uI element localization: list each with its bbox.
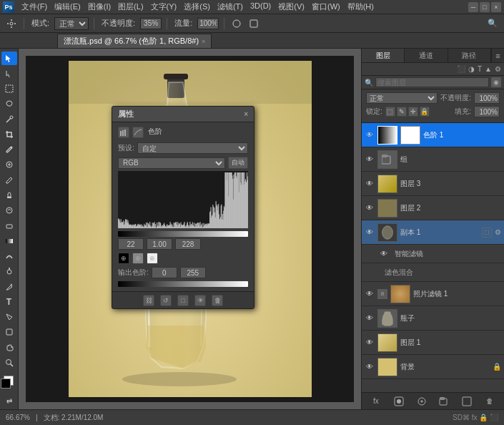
- input-shadow-value[interactable]: [118, 238, 144, 250]
- tool-zoom[interactable]: [1, 356, 17, 369]
- layer-item-layer1[interactable]: 👁 图层 1: [362, 331, 504, 355]
- tool-wand[interactable]: [1, 112, 17, 126]
- lock-all[interactable]: 🔒: [420, 107, 430, 117]
- menu-layer[interactable]: 图层(L): [117, 1, 144, 12]
- tool-type[interactable]: T: [1, 295, 17, 308]
- menu-image[interactable]: 图像(I): [87, 1, 112, 12]
- tool-eraser[interactable]: [1, 219, 17, 233]
- layer-eye-layer2[interactable]: 👁: [365, 204, 375, 212]
- tool-path-select[interactable]: [1, 311, 17, 324]
- document-tab[interactable]: 漂流瓶.psd @ 66.7% (色阶 1, RGB/8#) ×: [57, 34, 212, 48]
- black-eyedropper[interactable]: ⊕: [118, 253, 129, 264]
- layer-item-layer2[interactable]: 👁 图层 2: [362, 196, 504, 220]
- opacity-value-input[interactable]: [474, 92, 500, 104]
- mode-dropdown[interactable]: 正常: [54, 17, 89, 30]
- layer-item-copy1[interactable]: 👁 副本 1 ⬚ ⚙: [362, 220, 504, 245]
- minimize-button[interactable]: ─: [468, 2, 478, 12]
- fill-value-input[interactable]: [474, 106, 500, 117]
- layer-item-levels1[interactable]: 👁 色阶 1: [362, 123, 504, 147]
- search-button[interactable]: 🔍: [485, 16, 500, 31]
- menu-select[interactable]: 选择(S): [182, 1, 212, 12]
- menu-3d[interactable]: 3D(D): [249, 1, 272, 12]
- menu-file[interactable]: 文件(F): [20, 1, 49, 12]
- tab-layers[interactable]: 图层: [362, 49, 405, 62]
- menu-view[interactable]: 视图(V): [277, 1, 306, 12]
- tool-eyedropper[interactable]: [1, 143, 17, 157]
- filter-shape-icon[interactable]: ▲: [485, 65, 492, 73]
- add-layer-button[interactable]: [460, 395, 473, 408]
- layer-item-bottle[interactable]: 👁 瓶子: [362, 306, 504, 331]
- tool-history-brush[interactable]: [1, 204, 17, 218]
- white-eyedropper[interactable]: ⊕: [147, 253, 158, 264]
- menu-help[interactable]: 帮助(H): [346, 1, 375, 12]
- tool-move[interactable]: [4, 16, 19, 31]
- pressure-toggle[interactable]: [247, 16, 261, 31]
- tool-shape[interactable]: [1, 326, 17, 339]
- levels-icon[interactable]: [118, 127, 129, 138]
- layer-item-background[interactable]: 👁 背景 🔒: [362, 355, 504, 379]
- layer-item-group[interactable]: 👁 组: [362, 147, 504, 172]
- tool-stamp[interactable]: [1, 188, 17, 202]
- menu-filter[interactable]: 滤镜(T): [216, 1, 244, 12]
- tool-brush[interactable]: [1, 173, 17, 187]
- layer-eye-group[interactable]: 👁: [365, 155, 375, 163]
- properties-visibility-icon[interactable]: 👁: [194, 295, 206, 306]
- tool-crop[interactable]: [1, 127, 17, 141]
- layer-item-photo-filter[interactable]: 👁 8 照片滤镜 1: [362, 282, 504, 306]
- close-tab-icon[interactable]: ×: [202, 38, 205, 45]
- tool-dodge[interactable]: [1, 265, 17, 278]
- tool-gradient[interactable]: [1, 234, 17, 248]
- sub-layer-smart-filter[interactable]: 👁 智能滤镜: [362, 245, 504, 263]
- add-group-button[interactable]: [438, 395, 450, 408]
- gray-eyedropper[interactable]: ⊕: [132, 253, 144, 264]
- foreground-color[interactable]: [1, 378, 11, 389]
- filter-smart-icon[interactable]: ⚙: [495, 65, 501, 73]
- close-button[interactable]: ×: [491, 2, 501, 12]
- properties-delete-icon[interactable]: 🗑: [212, 295, 223, 306]
- blend-mode-dropdown[interactable]: 正常: [366, 92, 438, 104]
- add-mask-button[interactable]: [392, 395, 405, 408]
- add-adjustment-button[interactable]: [415, 395, 428, 408]
- add-fx-button[interactable]: fx: [370, 395, 382, 408]
- layer-eye-background[interactable]: 👁: [365, 363, 375, 371]
- auto-button[interactable]: 自动: [228, 157, 248, 169]
- properties-chain-icon[interactable]: ⛓: [143, 295, 154, 306]
- properties-header[interactable]: 属性 ×: [112, 107, 254, 122]
- tool-direct-selection[interactable]: [1, 67, 17, 80]
- lock-transparent[interactable]: ⬚: [385, 107, 395, 117]
- curves-icon[interactable]: [132, 127, 144, 138]
- layer-eye-layer3[interactable]: 👁: [365, 180, 375, 187]
- airbrush-toggle[interactable]: [229, 16, 244, 31]
- layer-eye-layer1[interactable]: 👁: [365, 338, 375, 346]
- filter-adj-icon[interactable]: ◑: [468, 65, 475, 73]
- search-input[interactable]: [375, 77, 489, 87]
- tool-selection[interactable]: [1, 52, 17, 65]
- input-highlight-value[interactable]: [175, 238, 201, 250]
- tool-blur[interactable]: [1, 249, 17, 263]
- lock-position[interactable]: ✛: [408, 107, 418, 117]
- layer-eye-levels1[interactable]: 👁: [365, 131, 375, 139]
- layer-eye-smart-filter[interactable]: 👁: [379, 250, 389, 258]
- tool-hand[interactable]: [1, 341, 17, 354]
- sub-layer-blend[interactable]: 滤色混合: [362, 263, 504, 282]
- canvas-area[interactable]: 属性 × 色阶 预设: 自定: [19, 49, 361, 409]
- tab-channels[interactable]: 通道: [405, 49, 448, 62]
- menu-text[interactable]: 文字(Y): [149, 1, 179, 12]
- properties-clip-icon[interactable]: □: [177, 295, 189, 306]
- tab-paths[interactable]: 路径: [448, 49, 491, 62]
- menu-window[interactable]: 窗口(W): [310, 1, 342, 12]
- output-highlight-value[interactable]: [180, 267, 206, 278]
- menu-edit[interactable]: 编辑(E): [53, 1, 82, 12]
- preset-dropdown[interactable]: 自定: [137, 142, 248, 154]
- flow-input[interactable]: [197, 18, 219, 29]
- layer-eye-bottle[interactable]: 👁: [365, 314, 375, 322]
- lock-image[interactable]: ✎: [397, 107, 407, 117]
- tool-heal[interactable]: [1, 158, 17, 172]
- properties-close[interactable]: ×: [244, 110, 248, 118]
- filter-kind-icon[interactable]: ⬛: [457, 65, 465, 73]
- panel-menu-icon[interactable]: ≡: [491, 49, 504, 62]
- opacity-input[interactable]: [140, 18, 162, 29]
- channel-dropdown[interactable]: RGB: [118, 157, 225, 169]
- input-midtone-value[interactable]: [147, 238, 172, 250]
- swap-colors[interactable]: ⇄: [6, 397, 12, 405]
